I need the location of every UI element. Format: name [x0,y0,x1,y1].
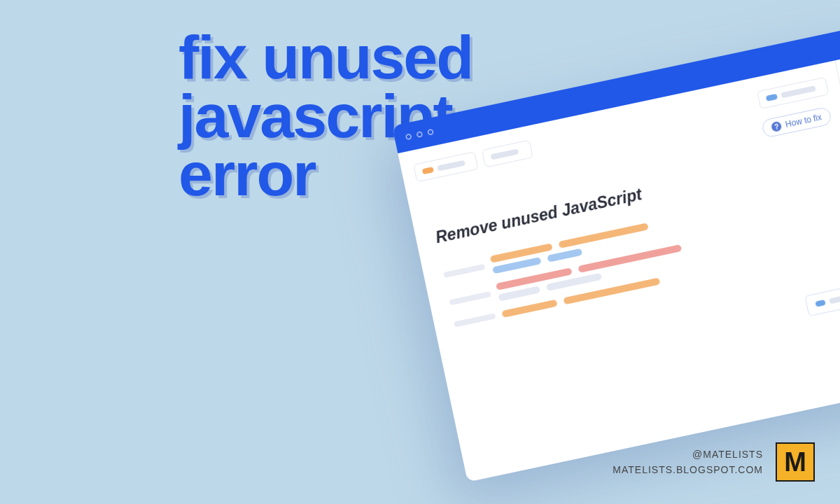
usage-bar-segment [501,300,557,318]
toolbar-box [757,77,829,109]
skeleton-label [454,313,496,327]
credit-text: @MATELISTS MATELISTS.BLOGSPOT.COM [612,449,763,475]
window-control-dot [416,131,423,137]
skeleton-label [449,291,491,305]
logo-badge: M [776,442,815,482]
toolbar-box [482,140,533,168]
skeleton-bar [491,148,519,160]
skeleton-label [443,264,485,278]
headline-line-1: fix unused [178,28,472,87]
usage-bar-segment [547,248,582,262]
footer-credit: @MATELISTS MATELISTS.BLOGSPOT.COM M [612,442,815,482]
how-to-fix-label: How to fix [785,112,822,130]
action-box [804,283,840,316]
skeleton-bar [780,85,816,98]
skeleton-bar [829,293,840,304]
site-url: MATELISTS.BLOGSPOT.COM [612,464,763,475]
window-control-dot [405,134,412,140]
window-control-dot [427,129,433,135]
skeleton-bar [437,160,465,172]
skeleton-pill [422,167,434,174]
how-to-fix-badge: How to fix [761,106,832,139]
social-handle: @MATELISTS [692,449,763,460]
toolbar-box [413,151,478,182]
logo-letter: M [784,447,806,477]
skeleton-pill [815,300,825,307]
skeleton-pill [766,94,778,102]
